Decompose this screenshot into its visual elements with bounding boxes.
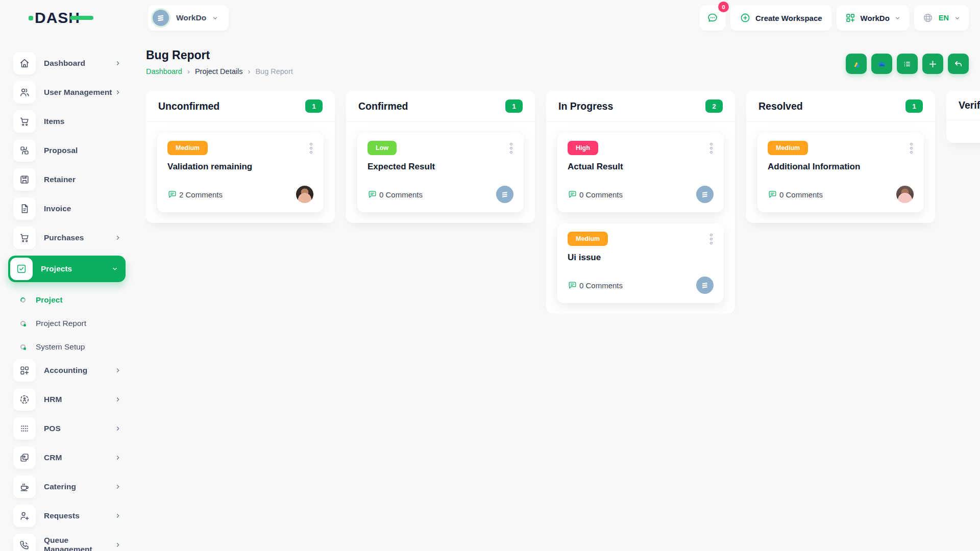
chevron-down-icon <box>954 15 961 21</box>
priority-badge: Medium <box>568 232 608 246</box>
sidebar-item-hrm[interactable]: HRM <box>8 388 126 411</box>
app-logo[interactable]: DASH <box>0 9 133 27</box>
app-switcher-label: WorkDo <box>861 14 890 22</box>
bullet-icon <box>20 344 26 349</box>
file-icon <box>13 197 36 220</box>
building-icon <box>500 189 510 199</box>
sidebar-item-invoice[interactable]: Invoice <box>8 197 126 220</box>
sidebar-item-catering[interactable]: Catering <box>8 475 126 498</box>
list-view-button[interactable] <box>897 54 918 74</box>
sidebar-item-accounting[interactable]: Accounting <box>8 359 126 382</box>
assignee-avatar <box>296 186 313 203</box>
kanban-card[interactable]: Medium Ui issue 0 Comments <box>557 223 724 303</box>
create-workspace-button[interactable]: Create Workspace <box>730 5 831 31</box>
sidebar-item-label: CRM <box>44 453 114 462</box>
comment-icon <box>768 190 777 199</box>
card-menu-button[interactable] <box>309 141 313 156</box>
sidebar-item-crm[interactable]: CRM <box>8 446 126 469</box>
save-icon <box>13 168 36 191</box>
comments-count: 0 Comments <box>568 281 623 290</box>
comments-label: 2 Comments <box>179 190 223 199</box>
card-menu-button[interactable] <box>909 141 914 156</box>
assignee-avatar <box>496 186 513 203</box>
card-title: Additional Information <box>768 162 914 172</box>
chevron-right-icon <box>114 60 121 67</box>
back-button[interactable] <box>948 54 969 74</box>
page-title: Bug Report <box>146 48 293 62</box>
card-menu-button[interactable] <box>709 141 714 156</box>
card-title: Ui issue <box>568 253 714 263</box>
building-icon <box>155 12 166 23</box>
card-menu-button[interactable] <box>709 232 714 246</box>
column-count-badge: 1 <box>505 99 523 113</box>
kanban-column-confirmed: Confirmed 1 Low Expected Result <box>346 91 535 223</box>
user-plus-icon <box>13 505 36 527</box>
sidebar-subitem-label: Project Report <box>36 319 125 328</box>
bullet-icon <box>20 321 26 326</box>
sidebar-item-dashboard[interactable]: Dashboard <box>8 52 126 74</box>
sidebar-item-label: HRM <box>44 395 114 404</box>
workspace-selector[interactable]: WorkDo <box>148 5 229 31</box>
kanban-column-resolved: Resolved 1 Medium Additional Information <box>746 91 935 223</box>
chevron-right-icon <box>114 367 121 374</box>
priority-badge: Medium <box>167 141 208 155</box>
add-button[interactable] <box>922 54 943 74</box>
checkbox-icon <box>10 258 33 280</box>
onedrive-button[interactable] <box>871 54 892 74</box>
comments-count: 2 Comments <box>167 190 223 199</box>
sidebar-item-user-management[interactable]: User Management <box>8 81 126 104</box>
messages-button[interactable]: 0 <box>700 5 725 31</box>
dots-grid-icon <box>13 417 36 440</box>
comments-label: 0 Comments <box>579 281 623 290</box>
sidebar-item-label: User Management <box>44 88 114 97</box>
grid-plus-icon <box>13 359 36 382</box>
comments-count: 0 Comments <box>368 190 423 199</box>
sidebar-item-items[interactable]: Items <box>8 110 126 133</box>
sidebar-subitem-project-report[interactable]: Project Report <box>8 312 125 335</box>
column-title: Verified <box>959 99 980 111</box>
home-icon <box>13 52 36 74</box>
kanban-column-in-progress: In Progress 2 High Actual Result <box>546 91 735 314</box>
kanban-card[interactable]: High Actual Result 0 Comments <box>557 133 724 212</box>
sidebar-item-queue-management[interactable]: Queue Management <box>8 534 126 551</box>
workspace-name: WorkDo <box>176 13 206 22</box>
kanban-card[interactable]: Medium Additional Information 0 Comments <box>757 133 924 212</box>
google-drive-button[interactable] <box>846 54 867 74</box>
kanban-board: Unconfirmed 1 Medium Validation remainin… <box>146 91 980 314</box>
sidebar-subitem-label: Project <box>36 295 125 305</box>
sidebar-item-pos[interactable]: POS <box>8 417 126 440</box>
language-dropdown[interactable]: EN <box>914 5 969 31</box>
kanban-card[interactable]: Medium Validation remaining 2 Comments <box>157 133 324 212</box>
sidebar-item-purchases[interactable]: Purchases <box>8 227 126 249</box>
chevron-right-icon <box>114 483 121 490</box>
sidebar-item-projects[interactable]: Projects <box>8 256 126 282</box>
app-switcher-dropdown[interactable]: WorkDo <box>837 5 909 31</box>
cart-icon <box>13 110 36 133</box>
bullet-icon <box>20 297 26 303</box>
column-title: In Progress <box>558 101 613 112</box>
card-menu-button[interactable] <box>509 141 513 156</box>
chevron-right-icon <box>114 512 121 519</box>
breadcrumb-project-details[interactable]: Project Details <box>195 67 242 76</box>
chevron-right-icon <box>114 454 121 461</box>
sidebar-item-requests[interactable]: Requests <box>8 505 126 527</box>
sidebar-subitem-system-setup[interactable]: System Setup <box>8 336 125 358</box>
topbar: DASH WorkDo 0 <box>0 0 980 36</box>
comments-label: 0 Comments <box>579 190 623 199</box>
google-drive-icon <box>851 59 862 69</box>
priority-badge: High <box>568 141 598 155</box>
sidebar-item-retainer[interactable]: Retainer <box>8 168 126 191</box>
sidebar-subitem-project[interactable]: Project <box>8 289 125 311</box>
breadcrumb-separator: › <box>187 67 190 76</box>
comments-count: 0 Comments <box>568 190 623 199</box>
sidebar-item-proposal[interactable]: Proposal <box>8 139 126 162</box>
kanban-card[interactable]: Low Expected Result 0 Comments <box>357 133 524 212</box>
breadcrumb-dashboard[interactable]: Dashboard <box>146 67 182 76</box>
breadcrumb-current: Bug Report <box>255 67 292 76</box>
workflow-icon <box>13 139 36 162</box>
globe-icon <box>922 12 934 23</box>
kanban-column-unconfirmed: Unconfirmed 1 Medium Validation remainin… <box>146 91 335 223</box>
users-icon <box>13 81 36 104</box>
sidebar-item-label: Proposal <box>44 146 126 155</box>
coffee-icon <box>13 475 36 498</box>
